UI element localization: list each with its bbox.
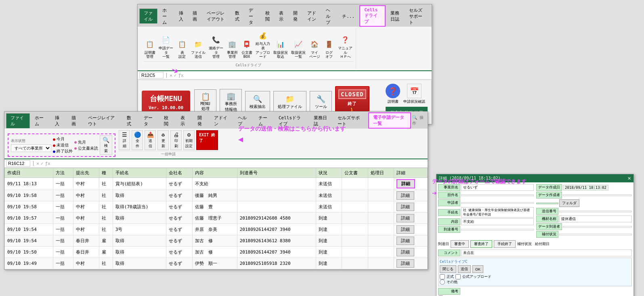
icon-toriatsukai[interactable]: 📊 取扱状況取込: [273, 38, 289, 60]
cell-company-5: せるず: [166, 224, 193, 235]
tab-draw-bottom[interactable]: 描画: [67, 113, 83, 128]
menu-btn-shori[interactable]: 📁 処理ファイル: [273, 91, 306, 113]
tab-denshi-bottom[interactable]: 電子申請データ一覧: [368, 112, 411, 129]
tab-data-bottom[interactable]: データ: [139, 113, 159, 128]
tab-layout-top[interactable]: ページレイアウト: [202, 8, 230, 23]
cells-ok-btn[interactable]: OK: [472, 265, 483, 273]
cell-ref-top[interactable]: [139, 72, 164, 78]
formula-fx-icon: ƒx: [178, 73, 183, 78]
tab-addin-top[interactable]: アドイン: [303, 8, 321, 23]
icon-shoumei[interactable]: 📋 証明書管理: [143, 38, 156, 60]
tab-help-bottom[interactable]: ヘルプ: [233, 113, 253, 128]
menu-btn-tool[interactable]: 🔧 ツール: [310, 91, 332, 113]
tab-formula-bottom[interactable]: 数式: [122, 113, 138, 128]
detail-btn-6[interactable]: 詳細: [396, 237, 414, 245]
chk-upload[interactable]: [455, 274, 461, 279]
icon-jimusho[interactable]: 🏢 事業所管理: [226, 38, 239, 60]
tab-help-top[interactable]: ヘルプ: [321, 6, 337, 27]
tab-cellsdrive-bottom[interactable]: Cellsドライブ: [274, 113, 309, 128]
btn-update[interactable]: ♻ 更新: [157, 130, 169, 150]
setsumei-area[interactable]: ❓ 説明書: [386, 84, 400, 104]
shinsai-area[interactable]: 📅 申請状況確認: [403, 84, 425, 104]
btn-exit[interactable]: EXIT 終了: [196, 130, 218, 150]
tab-home-bottom[interactable]: ホーム: [30, 113, 50, 128]
cell-procdate-6: [368, 235, 394, 247]
btn-print[interactable]: 🖨 印刷: [170, 130, 182, 150]
bottom-ribbon-content: 表示状態 すべての事業所 ● 今月 ● 未送信 ●: [4, 129, 428, 159]
table-row: 09/10 19:57 一括 中村 社 取得 せるず 佐藤 理恵子 201809…: [5, 213, 428, 224]
tab-file-bottom[interactable]: ファイル: [6, 113, 30, 128]
menu-btn-kensaku[interactable]: 🔍 検索抽出: [245, 91, 270, 113]
status-box-shinsachuu: 審査中: [451, 240, 469, 248]
chk-formal[interactable]: [440, 274, 445, 279]
cell-content-4: 佐藤 理恵子: [192, 213, 237, 224]
tab-cellsdrive-top[interactable]: Cellsドライブ: [359, 5, 386, 27]
detail-btn-8[interactable]: 詳細: [396, 259, 414, 268]
tab-data-top[interactable]: データ: [244, 6, 260, 27]
detail-btn-4[interactable]: 詳細: [396, 214, 414, 222]
tab-team-bottom[interactable]: チーム: [254, 113, 274, 128]
detail-btn-1-highlighted[interactable]: 詳細: [396, 179, 415, 188]
init-label: 初期設定: [185, 138, 193, 149]
detail-btn-3[interactable]: 詳細: [396, 203, 414, 211]
form-value-kizai: 提休通信: [559, 216, 632, 222]
radio-sonota[interactable]: [440, 279, 445, 285]
tab-addin-bottom[interactable]: アドイン: [210, 113, 233, 128]
tab-review-top[interactable]: 校閲: [261, 8, 275, 23]
filter-misoshin-dot: ●: [53, 143, 55, 148]
tab-view-bottom[interactable]: 表示: [176, 113, 192, 128]
tab-formula-top[interactable]: 数式: [231, 8, 244, 23]
tab-insert-bottom[interactable]: 挿入: [50, 113, 67, 128]
icon-kyuyo[interactable]: 💰 給与入力表アップロード: [255, 29, 271, 60]
tab-review-bottom[interactable]: 校閲: [159, 113, 176, 128]
tab-home-top[interactable]: ホーム: [158, 6, 174, 27]
menu-btn-menu[interactable]: 📋 MENU処理: [194, 89, 216, 114]
btn-all[interactable]: 🔵 全件: [132, 130, 143, 150]
exit-label: EXIT: [199, 133, 209, 137]
detail-btn-5[interactable]: 詳細: [396, 225, 414, 234]
cell-status-5: 到達: [316, 224, 342, 235]
detail-form-close-x[interactable]: ✕: [627, 175, 631, 181]
search-button[interactable]: 🔍 検索: [100, 135, 112, 155]
excel-top-window: ファイル ホーム 挿入 描画 ページレイアウト 数式 データ 校閲 表示 開発 …: [137, 4, 432, 125]
detail-btn-7[interactable]: 詳細: [396, 248, 414, 256]
icon-renraku[interactable]: 📞 連絡データ管理: [208, 34, 224, 60]
tab-gyomu-bottom[interactable]: 業務日誌: [309, 113, 333, 128]
formula-input-bottom[interactable]: [52, 161, 426, 166]
icon-koubunsho[interactable]: 📮 公文書BOX: [240, 38, 253, 60]
form-row-nothing: 補付状況: [536, 231, 632, 238]
tab-draw-top[interactable]: 描画: [188, 8, 202, 23]
cell-date-3: 09/10 19:58: [5, 201, 53, 213]
tab-insert-top[interactable]: 挿入: [174, 8, 188, 23]
icon-logout[interactable]: 🚪 ログオフ: [323, 38, 336, 60]
cells-send-btn[interactable]: 送信: [458, 265, 471, 273]
cell-dest-4: 中村: [73, 213, 99, 224]
icon-hyou[interactable]: 📋 表設定: [176, 38, 189, 60]
tab-dev-bottom[interactable]: 開発: [193, 113, 209, 128]
tab-file-top[interactable]: ファイル: [139, 8, 157, 23]
cells-close-btn[interactable]: 閉じる: [440, 265, 456, 273]
icon-toriatsukai-ichiran[interactable]: 📈 取扱状況一覧: [290, 38, 306, 60]
chk-upload-label: 公式アップロード: [462, 274, 491, 279]
cell-type-4: 社: [99, 213, 113, 224]
formula-input-top[interactable]: [185, 73, 430, 78]
tab-dev-top[interactable]: 開発: [289, 8, 302, 23]
btn-init[interactable]: ⚙ 初期設定: [183, 130, 195, 150]
tab-gyomu-top[interactable]: 業務日誌: [386, 8, 404, 23]
tab-layout-bottom[interactable]: ページレイアウト: [84, 113, 122, 128]
detail-btn-2[interactable]: 詳細: [396, 191, 414, 200]
btn-send[interactable]: 📤 送信: [145, 130, 156, 150]
icon-mypage[interactable]: 🏠 マイページ: [308, 38, 321, 60]
tab-cells-support-top[interactable]: セルズサポート: [405, 6, 430, 27]
icon-shinsei[interactable]: 📄 申請データ一覧: [158, 34, 174, 60]
folder-btn[interactable]: フォルダ: [559, 199, 579, 207]
cell-status-2: 未送信: [316, 190, 342, 201]
btn-detail[interactable]: ☰ 詳細: [119, 130, 130, 150]
tab-view-top[interactable]: 表示: [275, 8, 288, 23]
icon-manual[interactable]: ❓ マニュアルＨＰへ: [337, 34, 353, 60]
display-state-select[interactable]: すべての事業所: [11, 144, 51, 152]
tab-chi-top[interactable]: チ...: [338, 12, 359, 21]
tab-support-bottom[interactable]: セルズサポート: [333, 113, 368, 128]
icon-file-soshin[interactable]: 📁 ファイル送信: [190, 38, 206, 60]
cell-ref-bottom[interactable]: [6, 160, 30, 167]
